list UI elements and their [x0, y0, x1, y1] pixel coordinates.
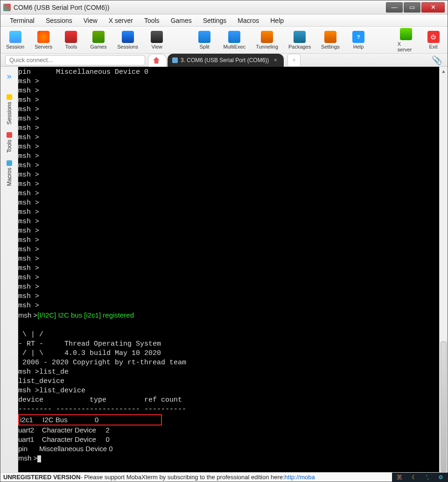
terminal[interactable]: pin Miscellaneous Device 0 msh > msh > m… [18, 67, 439, 473]
toolbar: Session Servers Tools Games Sessions Vie… [0, 27, 448, 54]
settings-icon [324, 31, 336, 43]
side-tabs: » Sessions Tools Macros [0, 67, 18, 473]
footer-text: - Please support MobaXterm by subscribin… [80, 474, 284, 481]
tb-xserver[interactable]: X server [398, 28, 415, 52]
star-icon [7, 94, 12, 100]
menu-settings[interactable]: Settings [198, 16, 231, 25]
menu-xserver[interactable]: X server [104, 16, 138, 25]
tb-tools[interactable]: Tools [63, 31, 80, 50]
packages-icon [294, 31, 306, 43]
tb-view[interactable]: View [148, 31, 166, 50]
table-row: uart2 Character Device 2 [18, 425, 439, 435]
maximize-button[interactable]: ▭ [404, 2, 420, 13]
tb-label: View [151, 44, 162, 50]
menu-bar: Terminal Sessions View X server Tools Ga… [0, 14, 448, 27]
collapse-icon[interactable]: » [7, 71, 11, 81]
xserver-icon [400, 28, 412, 40]
term-prompts: msh > msh > msh > msh > msh > msh > msh … [18, 77, 439, 311]
menu-terminal[interactable]: Terminal [5, 16, 39, 25]
tb-label: Sessions [117, 44, 138, 50]
body: » Sessions Tools Macros pin Miscellaneou… [0, 67, 448, 473]
macros-icon [7, 160, 12, 166]
sidetab-label: Tools [6, 140, 13, 153]
scroll-up-icon[interactable]: ▲ [440, 67, 448, 75]
table-row: i2c1 I2C Bus 0 [18, 414, 162, 425]
scrollbar[interactable]: ▲ ▼ [439, 67, 448, 473]
tools-icon [65, 31, 77, 43]
tb-sessions[interactable]: Sessions [117, 31, 138, 50]
ime-tray: 英 ☾ ', ⚙ [392, 473, 448, 482]
term-i2c-line: msh >[I/I2C] I2C bus [i2c1] registered [18, 311, 439, 321]
sidetab-macros[interactable]: Macros [6, 156, 13, 190]
tb-split[interactable]: Split [196, 31, 213, 50]
tb-label: Tunneling [256, 44, 278, 50]
servers-icon [37, 31, 49, 43]
sidetab-sessions[interactable]: Sessions [6, 91, 13, 128]
comma-icon[interactable]: ', [426, 474, 429, 481]
tb-games[interactable]: Games [90, 31, 107, 50]
help-icon: ? [352, 31, 364, 43]
tab-home[interactable] [148, 54, 167, 67]
term-line: pin Miscellaneous Device 0 [18, 68, 439, 77]
term-completion: list_device [18, 377, 439, 386]
scroll-thumb[interactable] [441, 341, 447, 472]
term-cmd: msh >list_de [18, 368, 439, 377]
tb-label: MultiExec [223, 44, 245, 50]
menu-help[interactable]: Help [266, 16, 288, 25]
status-bar: UNREGISTERED VERSION - Please support Mo… [0, 472, 448, 482]
menu-games[interactable]: Games [166, 16, 196, 25]
app-window: COM6 (USB Serial Port (COM6)) — ▭ ✕ Term… [0, 0, 448, 482]
footer-link[interactable]: http://moba [285, 474, 315, 481]
tools-icon [7, 132, 12, 138]
tabs-row: 3. COM6 (USB Serial Port (COM6)) × ＋ 📎 [0, 54, 448, 67]
tb-label: Help [353, 44, 364, 50]
term-table: i2c1 I2C Bus 0uart2 Character Device 2ua… [18, 414, 439, 454]
tb-settings[interactable]: Settings [321, 31, 340, 50]
tunneling-icon [261, 31, 273, 43]
session-icon [9, 31, 21, 43]
table-row: uart1 Character Device 0 [18, 435, 439, 444]
sidetab-label: Sessions [6, 102, 13, 125]
moon-icon[interactable]: ☾ [412, 474, 417, 481]
serial-icon [172, 57, 178, 63]
scroll-track[interactable] [440, 75, 448, 465]
tb-label: Games [90, 44, 106, 50]
tab-label: 3. COM6 (USB Serial Port (COM6)) [181, 57, 269, 64]
tb-label: Split [199, 44, 209, 50]
tb-label: Exit [429, 44, 438, 50]
exit-icon: ⏻ [427, 31, 440, 43]
tb-packages[interactable]: Packages [288, 31, 311, 50]
tb-label: Tools [65, 44, 77, 50]
tab-add[interactable]: ＋ [287, 54, 301, 67]
menu-tools[interactable]: Tools [140, 16, 164, 25]
tab-close-icon[interactable]: × [273, 57, 277, 64]
window-title: COM6 (USB Serial Port (COM6)) [14, 4, 385, 11]
term-banner: \ | / [18, 330, 439, 340]
tab-com6[interactable]: 3. COM6 (USB Serial Port (COM6)) × [168, 54, 284, 67]
menu-sessions[interactable]: Sessions [41, 16, 77, 25]
menu-macros[interactable]: Macros [233, 16, 264, 25]
quick-connect-input[interactable] [5, 55, 145, 65]
term-table-header: device type ref count [18, 396, 439, 405]
tb-help[interactable]: ?Help [350, 31, 367, 50]
tb-label: X server [398, 41, 415, 52]
gear-icon[interactable]: ⚙ [438, 474, 443, 481]
tb-label: Settings [321, 44, 340, 50]
games-icon [92, 31, 105, 43]
home-icon [153, 57, 160, 64]
tb-session[interactable]: Session [6, 31, 24, 50]
sidetab-tools[interactable]: Tools [6, 128, 13, 156]
ime-lang[interactable]: 英 [397, 474, 402, 482]
tb-tunneling[interactable]: Tunneling [256, 31, 278, 50]
close-button[interactable]: ✕ [421, 2, 445, 13]
tb-servers[interactable]: Servers [35, 31, 52, 50]
attach-icon[interactable]: 📎 [432, 55, 442, 65]
unreg-label: UNREGISTERED VERSION [3, 474, 80, 481]
term-table-sep: -------- -------------------- ---------- [18, 405, 439, 414]
menu-view[interactable]: View [79, 16, 102, 25]
tb-multiexec[interactable]: MultiExec [223, 31, 245, 50]
split-icon [198, 31, 210, 43]
tb-exit[interactable]: ⏻Exit [425, 31, 442, 50]
minimize-button[interactable]: — [386, 2, 403, 13]
term-banner: 2006 - 2020 Copyright by rt-thread team [18, 358, 439, 368]
